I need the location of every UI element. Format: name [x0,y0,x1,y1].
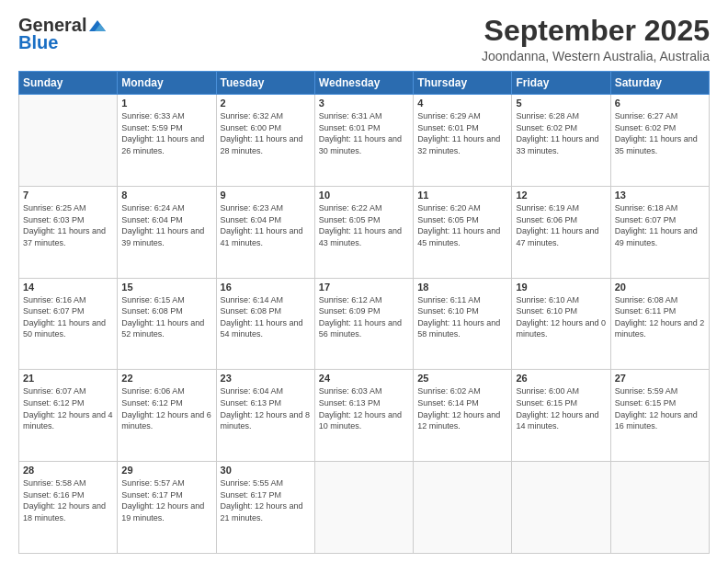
day-number: 26 [516,373,606,384]
day-number: 11 [417,190,507,201]
day-number: 18 [417,282,507,293]
day-number: 14 [23,282,113,293]
day-info: Sunrise: 5:55 AMSunset: 6:17 PMDaylight:… [221,477,311,523]
calendar-cell: 26Sunrise: 6:00 AMSunset: 6:15 PMDayligh… [512,370,610,462]
calendar-cell [414,462,512,554]
day-info: Sunrise: 5:58 AMSunset: 6:16 PMDaylight:… [23,477,113,523]
calendar-cell: 29Sunrise: 5:57 AMSunset: 6:17 PMDayligh… [118,462,216,554]
day-info: Sunrise: 6:03 AMSunset: 6:13 PMDaylight:… [319,385,409,431]
day-info: Sunrise: 6:24 AMSunset: 6:04 PMDaylight:… [121,202,211,248]
weekday-header-wednesday: Wednesday [314,72,413,95]
day-info: Sunrise: 5:57 AMSunset: 6:17 PMDaylight:… [121,477,211,523]
day-info: Sunrise: 6:07 AMSunset: 6:12 PMDaylight:… [23,385,113,431]
day-number: 17 [319,282,409,293]
day-number: 24 [319,373,409,384]
calendar-cell: 21Sunrise: 6:07 AMSunset: 6:12 PMDayligh… [19,370,118,462]
day-info: Sunrise: 6:15 AMSunset: 6:08 PMDaylight:… [121,294,211,340]
day-info: Sunrise: 6:27 AMSunset: 6:02 PMDaylight:… [615,110,705,156]
calendar-cell [512,462,610,554]
day-info: Sunrise: 6:00 AMSunset: 6:15 PMDaylight:… [516,385,606,431]
logo-icon [87,18,108,33]
week-row-3: 14Sunrise: 6:16 AMSunset: 6:07 PMDayligh… [19,278,710,370]
title-block: September 2025 Joondanna, Western Austra… [482,15,710,63]
calendar-cell: 17Sunrise: 6:12 AMSunset: 6:09 PMDayligh… [314,278,413,370]
day-number: 19 [516,282,606,293]
day-info: Sunrise: 6:20 AMSunset: 6:05 PMDaylight:… [417,202,507,248]
calendar-cell: 27Sunrise: 5:59 AMSunset: 6:15 PMDayligh… [610,370,709,462]
calendar-table: SundayMondayTuesdayWednesdayThursdayFrid… [18,71,710,554]
day-number: 27 [615,373,705,384]
day-number: 9 [221,190,311,201]
week-row-2: 7Sunrise: 6:25 AMSunset: 6:03 PMDaylight… [19,186,710,278]
page: General Blue September 2025 Joondanna, W… [0,0,728,563]
day-number: 25 [417,373,507,384]
weekday-header-sunday: Sunday [19,72,118,95]
day-number: 7 [23,190,113,201]
day-info: Sunrise: 6:28 AMSunset: 6:02 PMDaylight:… [516,110,606,156]
day-info: Sunrise: 6:14 AMSunset: 6:08 PMDaylight:… [221,294,311,340]
weekday-header-friday: Friday [512,72,610,95]
day-number: 4 [417,98,507,109]
weekday-header-saturday: Saturday [610,72,709,95]
calendar-cell: 20Sunrise: 6:08 AMSunset: 6:11 PMDayligh… [610,278,709,370]
day-info: Sunrise: 6:12 AMSunset: 6:09 PMDaylight:… [319,294,409,340]
calendar-cell [314,462,413,554]
calendar-cell: 3Sunrise: 6:31 AMSunset: 6:01 PMDaylight… [314,95,413,187]
calendar-cell: 28Sunrise: 5:58 AMSunset: 6:16 PMDayligh… [19,462,118,554]
day-info: Sunrise: 6:18 AMSunset: 6:07 PMDaylight:… [615,202,705,248]
day-info: Sunrise: 5:59 AMSunset: 6:15 PMDaylight:… [615,385,705,431]
day-info: Sunrise: 6:10 AMSunset: 6:10 PMDaylight:… [516,294,606,340]
day-info: Sunrise: 6:04 AMSunset: 6:13 PMDaylight:… [221,385,311,431]
day-number: 28 [23,465,113,476]
day-number: 8 [121,190,211,201]
day-info: Sunrise: 6:32 AMSunset: 6:00 PMDaylight:… [221,110,311,156]
day-info: Sunrise: 6:19 AMSunset: 6:06 PMDaylight:… [516,202,606,248]
calendar-cell: 16Sunrise: 6:14 AMSunset: 6:08 PMDayligh… [216,278,314,370]
calendar-cell: 9Sunrise: 6:23 AMSunset: 6:04 PMDaylight… [216,186,314,278]
calendar-cell: 6Sunrise: 6:27 AMSunset: 6:02 PMDaylight… [610,95,709,187]
day-info: Sunrise: 6:11 AMSunset: 6:10 PMDaylight:… [417,294,507,340]
calendar-cell: 24Sunrise: 6:03 AMSunset: 6:13 PMDayligh… [314,370,413,462]
week-row-4: 21Sunrise: 6:07 AMSunset: 6:12 PMDayligh… [19,370,710,462]
logo: General Blue [18,15,108,53]
calendar-cell: 4Sunrise: 6:29 AMSunset: 6:01 PMDaylight… [414,95,512,187]
day-number: 29 [121,465,211,476]
calendar-cell: 22Sunrise: 6:06 AMSunset: 6:12 PMDayligh… [118,370,216,462]
day-number: 12 [516,190,606,201]
day-info: Sunrise: 6:22 AMSunset: 6:05 PMDaylight:… [319,202,409,248]
day-info: Sunrise: 6:23 AMSunset: 6:04 PMDaylight:… [221,202,311,248]
day-number: 23 [221,373,311,384]
location-subtitle: Joondanna, Western Australia, Australia [482,49,710,63]
day-number: 3 [319,98,409,109]
day-info: Sunrise: 6:25 AMSunset: 6:03 PMDaylight:… [23,202,113,248]
day-info: Sunrise: 6:31 AMSunset: 6:01 PMDaylight:… [319,110,409,156]
day-number: 2 [221,98,311,109]
day-info: Sunrise: 6:06 AMSunset: 6:12 PMDaylight:… [121,385,211,431]
day-number: 22 [121,373,211,384]
month-title: September 2025 [482,15,710,47]
calendar-cell: 12Sunrise: 6:19 AMSunset: 6:06 PMDayligh… [512,186,610,278]
weekday-header-monday: Monday [118,72,216,95]
calendar-cell: 13Sunrise: 6:18 AMSunset: 6:07 PMDayligh… [610,186,709,278]
calendar-cell: 23Sunrise: 6:04 AMSunset: 6:13 PMDayligh… [216,370,314,462]
day-number: 5 [516,98,606,109]
day-number: 1 [121,98,211,109]
calendar-cell [610,462,709,554]
calendar-cell [19,95,118,187]
week-row-5: 28Sunrise: 5:58 AMSunset: 6:16 PMDayligh… [19,462,710,554]
week-row-1: 1Sunrise: 6:33 AMSunset: 5:59 PMDaylight… [19,95,710,187]
day-info: Sunrise: 6:29 AMSunset: 6:01 PMDaylight:… [417,110,507,156]
calendar-cell: 1Sunrise: 6:33 AMSunset: 5:59 PMDaylight… [118,95,216,187]
calendar-cell: 25Sunrise: 6:02 AMSunset: 6:14 PMDayligh… [414,370,512,462]
calendar-cell: 19Sunrise: 6:10 AMSunset: 6:10 PMDayligh… [512,278,610,370]
logo-blue: Blue [18,32,58,53]
day-number: 10 [319,190,409,201]
day-number: 15 [121,282,211,293]
calendar-cell: 11Sunrise: 6:20 AMSunset: 6:05 PMDayligh… [414,186,512,278]
day-info: Sunrise: 6:02 AMSunset: 6:14 PMDaylight:… [417,385,507,431]
calendar-cell: 18Sunrise: 6:11 AMSunset: 6:10 PMDayligh… [414,278,512,370]
calendar-cell: 30Sunrise: 5:55 AMSunset: 6:17 PMDayligh… [216,462,314,554]
weekday-header-thursday: Thursday [414,72,512,95]
calendar-cell: 5Sunrise: 6:28 AMSunset: 6:02 PMDaylight… [512,95,610,187]
day-number: 21 [23,373,113,384]
